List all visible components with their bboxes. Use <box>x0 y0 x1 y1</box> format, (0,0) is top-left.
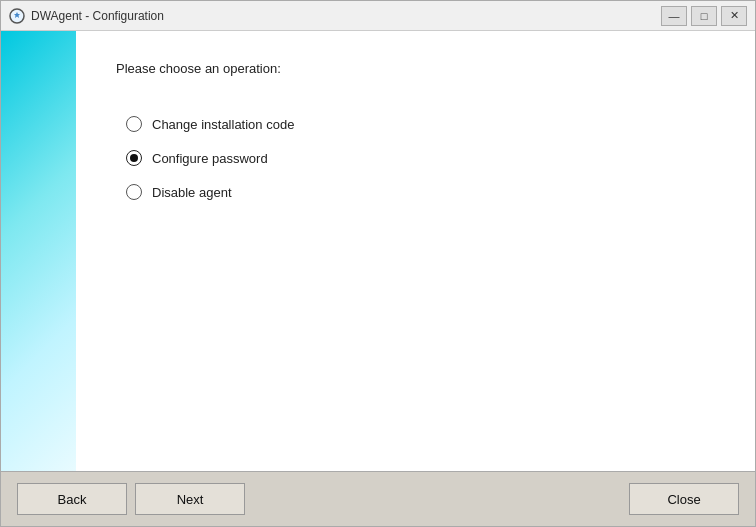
option-change-installation-label: Change installation code <box>152 117 294 132</box>
window-title: DWAgent - Configuration <box>31 9 661 23</box>
left-panel <box>1 31 76 471</box>
main-panel: Please choose an operation: Change insta… <box>76 31 755 471</box>
content-area: Please choose an operation: Change insta… <box>1 31 755 471</box>
option-disable-agent[interactable]: Disable agent <box>126 184 715 200</box>
option-configure-password-label: Configure password <box>152 151 268 166</box>
next-button[interactable]: Next <box>135 483 245 515</box>
close-button[interactable]: Close <box>629 483 739 515</box>
footer: Back Next Close <box>1 471 755 526</box>
radio-change-installation[interactable] <box>126 116 142 132</box>
window: DWAgent - Configuration — □ ✕ Please cho… <box>0 0 756 527</box>
footer-right-buttons: Close <box>629 483 739 515</box>
prompt-text: Please choose an operation: <box>116 61 715 76</box>
minimize-button[interactable]: — <box>661 6 687 26</box>
maximize-button[interactable]: □ <box>691 6 717 26</box>
radio-configure-password[interactable] <box>126 150 142 166</box>
option-disable-agent-label: Disable agent <box>152 185 232 200</box>
radio-configure-password-dot <box>130 154 138 162</box>
option-change-installation-code[interactable]: Change installation code <box>126 116 715 132</box>
options-list: Change installation code Configure passw… <box>126 116 715 200</box>
app-icon <box>9 8 25 24</box>
back-button[interactable]: Back <box>17 483 127 515</box>
titlebar-controls: — □ ✕ <box>661 6 747 26</box>
titlebar: DWAgent - Configuration — □ ✕ <box>1 1 755 31</box>
titlebar-close-button[interactable]: ✕ <box>721 6 747 26</box>
option-configure-password[interactable]: Configure password <box>126 150 715 166</box>
radio-disable-agent[interactable] <box>126 184 142 200</box>
footer-left-buttons: Back Next <box>17 483 245 515</box>
